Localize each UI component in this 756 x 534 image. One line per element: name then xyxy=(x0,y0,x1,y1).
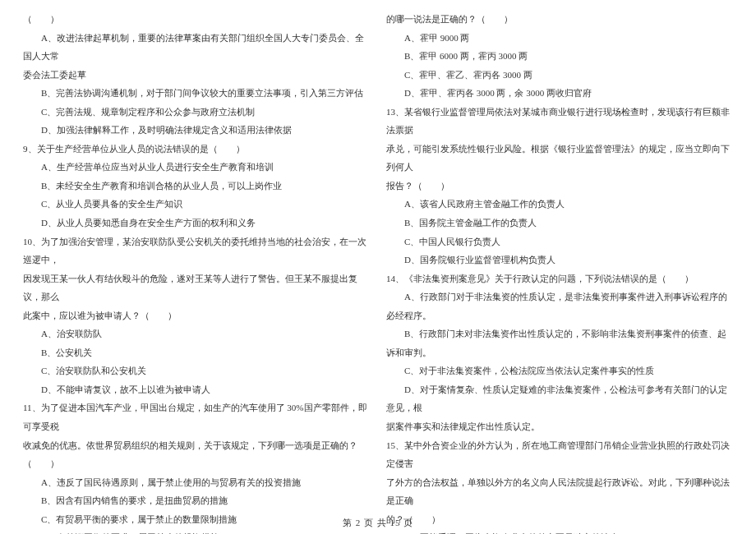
option-b: B、行政部门未对非法集资作出性质认定的，不影响非法集资刑事案件的侦查、起诉和审判… xyxy=(386,325,733,361)
option-c: C、完善法规、规章制定程序和公众参与政府立法机制 xyxy=(23,103,370,122)
text-line: 此案中，应以谁为被申请人？（ ） xyxy=(23,306,370,325)
option-a: A、违反了国民待遇原则，属于禁止使用的与贸易有关的投资措施 xyxy=(23,473,370,492)
right-column: 的哪一说法是正确的？（ ） A、霍甲 9000 两 B、霍甲 6000 两，霍丙… xyxy=(386,10,733,493)
option-b: B、完善法协调沟通机制，对于部门间争议较大的重要立法事项，引入第三方评估 xyxy=(23,84,370,103)
left-column: （ ） A、改进法律起草机制，重要的法律草案由有关部门组织全国人大专门委员会、全… xyxy=(23,10,370,493)
option-d: D、从业人员要知悉自身在安全生产方面的权利和义务 xyxy=(23,214,370,232)
text-line: 报告？（ ） xyxy=(386,177,733,196)
option-b: B、国务院主管金融工作的负责人 xyxy=(386,214,733,232)
option-c: C、霍甲、霍乙、霍丙各 3000 两 xyxy=(386,66,733,85)
option-d: D、国务院银行业监督管理机构负责人 xyxy=(386,251,733,269)
option-a: A、不能受理，因为合资企业中的外方不是独立的法人 xyxy=(386,528,733,534)
text-line: 据案件事实和法律规定作出性质认定。 xyxy=(386,417,733,436)
option-b: B、公安机关 xyxy=(23,343,370,362)
text-line: 的哪一说法是正确的？（ ） xyxy=(386,10,733,29)
page-container: （ ） A、改进法律起草机制，重要的法律草案由有关部门组织全国人大专门委员会、全… xyxy=(0,0,756,518)
option-d: D、有外汇平衡的要求，属于禁止的投资措施 xyxy=(23,528,370,534)
option-c: C、从业人员要具备的安全生产知识 xyxy=(23,195,370,214)
option-d: D、不能申请复议，故不上以谁为被申请人 xyxy=(23,380,370,399)
question-13: 13、某省银行业监督管理局依法对某城市商业银行进行现场检查时，发现该行有巨额非法… xyxy=(386,103,733,140)
option-a: A、行政部门对于非法集资的性质认定，是非法集资刑事案件进入刑事诉讼程序的必经程序… xyxy=(386,288,733,325)
option-a: A、霍甲 9000 两 xyxy=(386,29,733,48)
option-b: B、因含有国内销售的要求，是扭曲贸易的措施 xyxy=(23,491,370,510)
option-d: D、加强法律解释工作，及时明确法律规定含义和适用法律依据 xyxy=(23,121,370,140)
option-d: D、霍甲、霍丙各 3000 两，余 3000 两收归官府 xyxy=(386,84,733,103)
option-b: B、未经安全生产教育和培训合格的从业人员，可以上岗作业 xyxy=(23,177,370,196)
option-c: C、治安联防队和公安机关 xyxy=(23,361,370,380)
question-10: 10、为了加强治安管理，某治安联防队受公安机关的委托维持当地的社会治安，在一次巡… xyxy=(23,232,370,269)
option-c: C、对于非法集资案件，公检法院应当依法认定案件事实的性质 xyxy=(386,361,733,380)
question-14: 14、《非法集资刑案意见》关于行政认定的问题，下列说法错误的是（ ） xyxy=(386,269,733,288)
question-9: 9、关于生产经营单位从业人员的说法错误的是（ ） xyxy=(23,140,370,159)
question-15: 15、某中外合资企业的外方认为，所在地工商管理部门吊销企业营业执照的行政处罚决定… xyxy=(386,436,733,473)
option-a: A、生产经营单位应当对从业人员进行安全生产教育和培训 xyxy=(23,158,370,177)
option-a: A、治安联防队 xyxy=(23,325,370,343)
page-footer: 第 2 页 共 15 页 xyxy=(0,517,756,529)
text-line: （ ） xyxy=(23,10,370,29)
text-line: 因发现王某一伙人有结伙殴斗的危险，遂对王某等人进行了警告。但王某不服提出复议，那… xyxy=(23,269,370,306)
text-line: 委会法工委起草 xyxy=(23,66,370,85)
text-line: 了外方的合法权益，单独以外方的名义向人民法院提起行政诉讼。对此，下列哪种说法是正… xyxy=(386,473,733,510)
option-a: A、改进法律起草机制，重要的法律草案由有关部门组织全国人大专门委员会、全国人大常 xyxy=(23,29,370,66)
option-c: C、中国人民银行负责人 xyxy=(386,232,733,251)
option-a: A、该省人民政府主管金融工作的负责人 xyxy=(386,195,733,214)
option-b: B、霍甲 6000 两，霍丙 3000 两 xyxy=(386,47,733,66)
option-d: D、对于案情复杂、性质认定疑难的非法集资案件，公检法可参考有关部门的认定意见，根 xyxy=(386,380,733,417)
text-line: 承兑，可能引发系统性银行业风险。根据《银行业监督管理法》的规定，应当立即向下列何… xyxy=(386,140,733,177)
text-line: 收减免的优惠。依世界贸易组织的相关规则，关于该规定，下列哪一选项是正确的？（ ） xyxy=(23,436,370,473)
question-11: 11、为了促进本国汽车产业，甲国出台规定，如生产的汽车使用了 30%国产零部件，… xyxy=(23,398,370,435)
